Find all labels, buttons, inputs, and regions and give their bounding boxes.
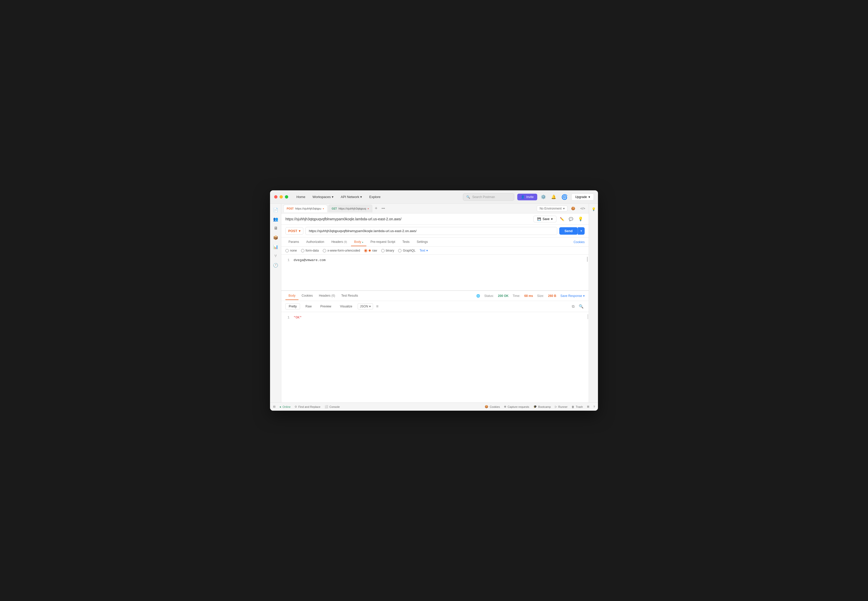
response-action-icons: ⧉ 🔍 — [571, 303, 585, 310]
resp-tab-test-results[interactable]: Test Results — [338, 292, 361, 300]
option-graphql[interactable]: GraphQL — [398, 249, 415, 252]
method-select[interactable]: POST ▾ — [285, 227, 304, 235]
send-dropdown-button[interactable]: ▾ — [578, 227, 585, 235]
nav-explore[interactable]: Explore — [366, 194, 383, 200]
code-line-1: 1 dvega@vmware.com — [285, 258, 585, 263]
environment-select[interactable]: No Environment ▾ — [537, 206, 567, 212]
cookie-jar-icon[interactable]: 🍪 — [569, 205, 577, 212]
light-bulb-icon[interactable]: 💡 — [577, 215, 585, 223]
grid-view-button[interactable]: ⊞ — [587, 405, 589, 408]
traffic-lights — [274, 195, 288, 198]
option-form-data[interactable]: form-data — [301, 249, 319, 252]
right-panel: 💡 — [589, 204, 598, 403]
sidebar-environment-icon[interactable]: 🖥 — [272, 224, 280, 232]
tab-pre-request[interactable]: Pre-request Script — [368, 238, 398, 246]
tabs-bar: POST https://sjuhhjh3qtqpu ● GET https:/… — [281, 204, 589, 214]
tab-method-get: GET — [332, 207, 337, 210]
request-name-bar: https://sjuhhjh3qtqpuqvqfblrwmypam0koqle… — [281, 214, 589, 225]
wrap-icon[interactable]: ≡ — [375, 303, 380, 310]
chevron-down-icon: ▾ — [583, 294, 585, 298]
sidebar-history-icon[interactable]: 🕐 — [272, 261, 280, 269]
cookies-button[interactable]: 🍪 Cookies — [485, 405, 500, 408]
invite-button[interactable]: 👤 Invite — [517, 194, 537, 200]
copy-response-button[interactable]: ⧉ — [571, 303, 576, 310]
resp-tab-cookies[interactable]: Cookies — [299, 292, 316, 300]
sidebar-branch-icon[interactable]: ⑂ — [272, 252, 280, 260]
close-button[interactable] — [274, 195, 278, 198]
comment-icon[interactable]: 💬 — [567, 216, 574, 223]
text-type-dropdown[interactable]: Text ▾ — [420, 249, 428, 252]
save-response-button[interactable]: Save Response ▾ — [560, 294, 585, 298]
tab-body[interactable]: Body ● — [351, 238, 366, 246]
request-body-editor[interactable]: 1 dvega@vmware.com — [281, 255, 589, 290]
bootcamp-button[interactable]: 🎓 Bootcamp — [533, 405, 551, 408]
tabs-right: No Environment ▾ 🍪 </> — [537, 205, 587, 212]
help-button[interactable]: ? — [593, 405, 595, 408]
tab-tests[interactable]: Tests — [400, 238, 413, 246]
response-scrollbar[interactable] — [587, 314, 588, 319]
find-replace-button[interactable]: ⊙ Find and Replace — [294, 405, 320, 408]
layout-toggle[interactable]: ⊟ — [273, 405, 275, 408]
minimize-button[interactable] — [279, 195, 283, 198]
sidebar-collection-icon[interactable]: 📦 — [272, 233, 280, 242]
add-tab-button[interactable]: + — [373, 206, 379, 211]
runner-button[interactable]: ▷ Runner — [555, 405, 567, 408]
scrollbar[interactable] — [587, 257, 588, 262]
avatar-button[interactable]: 🌀 — [560, 192, 569, 201]
resp-tab-headers[interactable]: Headers (6) — [316, 292, 338, 300]
save-button[interactable]: 💾 Save ▾ — [533, 216, 557, 223]
search-bar[interactable]: 🔍 Search Postman — [463, 194, 514, 201]
code-icon[interactable]: </> — [579, 205, 587, 212]
request-config: POST ▾ Send ▾ — [281, 225, 589, 238]
settings-button[interactable]: ⚙️ — [539, 193, 548, 201]
find-replace-icon: ⊙ — [294, 405, 297, 408]
maximize-button[interactable] — [285, 195, 288, 198]
format-visualize-button[interactable]: Visualize — [337, 303, 355, 310]
capture-requests-button[interactable]: ⊕ Capture requests — [504, 405, 529, 408]
notifications-button[interactable]: 🔔 — [549, 193, 558, 201]
search-response-button[interactable]: 🔍 — [578, 303, 585, 310]
option-binary[interactable]: binary — [381, 249, 394, 252]
cookies-link[interactable]: Cookies — [574, 240, 585, 244]
option-none[interactable]: none — [285, 249, 297, 252]
main-layout: 📄 👥 🖥 📦 📊 ⑂ 🕐 POST https://sjuhhjh3qtqpu… — [270, 204, 598, 403]
option-urlencoded[interactable]: x-www-form-urlencoded — [323, 249, 360, 252]
sidebar-monitor-icon[interactable]: 📊 — [272, 243, 280, 251]
sidebar-team-icon[interactable]: 👥 — [272, 215, 280, 223]
response-section: Body Cookies Headers (6) Test Results 🌐 — [281, 290, 589, 403]
tab-headers[interactable]: Headers (9) — [328, 238, 350, 246]
chevron-down-icon: ▾ — [299, 229, 301, 233]
nav-home[interactable]: Home — [293, 194, 308, 200]
format-pretty-button[interactable]: Pretty — [285, 303, 300, 310]
option-raw[interactable]: raw — [364, 249, 377, 252]
json-format-select[interactable]: JSON ▾ — [358, 303, 373, 310]
body-options: none form-data x-www-form-urlencoded raw — [281, 247, 589, 255]
nav-workspaces[interactable]: Workspaces ▾ — [310, 194, 337, 200]
right-panel-icon[interactable]: 💡 — [590, 206, 597, 213]
nav-api-network[interactable]: API Network ▾ — [338, 194, 365, 200]
tab-get[interactable]: GET https://sjuhhjh3qtqpuq ● — [328, 205, 372, 212]
url-input[interactable] — [305, 227, 557, 235]
size-value: 260 B — [548, 294, 556, 298]
tab-authorization[interactable]: Authorization — [303, 238, 327, 246]
online-status[interactable]: ● Online — [279, 405, 291, 408]
cookie-icon: 🍪 — [485, 405, 488, 408]
resp-tab-body[interactable]: Body — [285, 292, 299, 300]
send-button[interactable]: Send — [559, 227, 578, 235]
more-tabs-button[interactable]: ••• — [380, 206, 387, 211]
tab-params[interactable]: Params — [285, 238, 302, 246]
tab-settings[interactable]: Settings — [414, 238, 431, 246]
edit-icon[interactable]: ✏️ — [558, 216, 566, 223]
console-button[interactable]: ⬜ Console — [325, 405, 340, 408]
sidebar-new-tab-icon[interactable]: 📄 — [272, 206, 280, 214]
format-preview-button[interactable]: Preview — [317, 303, 335, 310]
resp-body-line1: "OK" — [294, 315, 302, 320]
upgrade-button[interactable]: Upgrade ▾ — [571, 194, 594, 201]
nav-right: 👤 Invite ⚙️ 🔔 🌀 Upgrade ▾ — [517, 192, 594, 201]
trash-button[interactable]: 🗑 Trash — [572, 405, 583, 408]
chevron-down-icon: ▾ — [369, 305, 371, 308]
time-label: Time: — [513, 294, 520, 298]
resp-headers-badge: (6) — [331, 294, 335, 297]
tab-post[interactable]: POST https://sjuhhjh3qtqpu ● — [283, 205, 327, 212]
format-raw-button[interactable]: Raw — [302, 303, 315, 310]
